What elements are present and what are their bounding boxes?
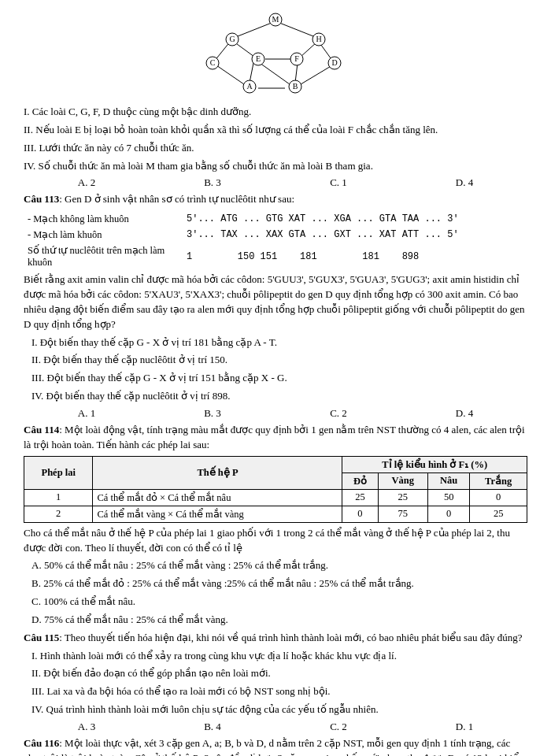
svg-line-0 bbox=[234, 21, 276, 38]
q115-answer-row: A. 3 B. 4 C. 2 D. 1 bbox=[24, 721, 527, 733]
svg-text:B: B bbox=[293, 82, 298, 91]
svg-text:G: G bbox=[229, 35, 235, 43]
svg-line-8 bbox=[250, 63, 253, 83]
answer-row-prev: A. 2 B. 3 C. 1 D. 4 bbox=[24, 176, 527, 189]
q113-item-iv: IV. Đột biến thay thế cặp nuclêôtit ở vị… bbox=[24, 389, 527, 404]
q113-item-iii: III. Đột biến thay thế cặp G - X ở vị tr… bbox=[24, 371, 527, 386]
q114-option-D: D. 75% cá thể mắt nâu : 25% cá thể mắt v… bbox=[24, 613, 527, 628]
svg-text:E: E bbox=[256, 54, 261, 63]
svg-line-10 bbox=[295, 63, 298, 83]
table-row: 1 Cá thể mắt đỏ × Cá thể mắt nâu 25 25 5… bbox=[24, 489, 527, 506]
q113-answer-A[interactable]: A. 1 bbox=[24, 407, 150, 420]
q115-item-ii: II. Đột biến đảo đoạn có thể góp phần tạ… bbox=[24, 666, 527, 681]
q114-header: Câu 114: Một loài động vật, tính trạng m… bbox=[24, 423, 527, 453]
q114-option-C: C. 100% cá thể mắt nâu. bbox=[24, 595, 527, 610]
food-web-diagram: M G H C E F D A B bbox=[24, 12, 527, 98]
q113-sequence-table: - Mạch không làm khuôn 5'... ATG ... GTG… bbox=[24, 210, 527, 271]
q113-answer-C[interactable]: C. 2 bbox=[276, 407, 401, 420]
q115-answer-C[interactable]: C. 2 bbox=[276, 721, 401, 733]
q114-body: Cho cá thể mắt nâu ở thế hệ P của phép l… bbox=[24, 526, 527, 556]
q116-header: Câu 116: Một loài thực vật, xét 3 cặp ge… bbox=[24, 736, 527, 756]
q113-answer-D[interactable]: D. 4 bbox=[401, 407, 527, 420]
answer-D-prev[interactable]: D. 4 bbox=[401, 176, 527, 189]
q115-item-iii: III. Lai xa và đa bội hóa có thể tạo ra … bbox=[24, 684, 527, 699]
svg-text:M: M bbox=[272, 15, 279, 24]
svg-text:F: F bbox=[294, 54, 299, 63]
q114-table: Phép lai Thế hệ P Tỉ lệ kiểu hình ở F₁ (… bbox=[24, 456, 527, 523]
q115-answer-A[interactable]: A. 3 bbox=[24, 721, 150, 733]
q113-item-ii: II. Đột biến thay thế cặp nuclêôtit ở vị… bbox=[24, 353, 527, 368]
svg-line-11 bbox=[301, 65, 332, 84]
q115-item-iv: IV. Quá trình hình thành loài mới luôn c… bbox=[24, 702, 527, 717]
q115-answer-D[interactable]: D. 1 bbox=[401, 721, 527, 733]
q114-option-A: A. 50% cá thể mắt nâu : 25% cá thể mắt v… bbox=[24, 558, 527, 573]
section-i: I. Các loài C, G, F, D thuộc cùng một bậ… bbox=[24, 105, 527, 120]
svg-text:H: H bbox=[316, 35, 321, 43]
q113-item-i: I. Đột biến thay thế cặp G - X ở vị trí … bbox=[24, 335, 527, 350]
svg-text:D: D bbox=[331, 58, 337, 67]
answer-B-prev[interactable]: B. 3 bbox=[150, 176, 276, 189]
section-ii: II. Nếu loài E bị loại bỏ hoàn toàn khỏi… bbox=[24, 123, 527, 138]
svg-line-9 bbox=[260, 63, 290, 84]
section-iv: IV. Số chuỗi thức ăn mà loài M tham gia … bbox=[24, 159, 527, 174]
answer-C-prev[interactable]: C. 1 bbox=[276, 176, 401, 189]
q113-answer-B[interactable]: B. 3 bbox=[150, 407, 276, 420]
q115-header: Câu 115: Theo thuyết tiến hóa hiện đại, … bbox=[24, 631, 527, 646]
section-iii: III. Lưới thức ăn này có 7 chuỗi thức ăn… bbox=[24, 141, 527, 156]
svg-line-1 bbox=[276, 21, 317, 38]
q115-answer-B[interactable]: B. 4 bbox=[150, 721, 276, 733]
svg-text:A: A bbox=[246, 82, 253, 91]
svg-line-7 bbox=[216, 65, 244, 84]
answer-A-prev[interactable]: A. 2 bbox=[24, 176, 150, 189]
q115-item-i: I. Hình thành loài mới có thể xảy ra tro… bbox=[24, 649, 527, 664]
q113-answer-row: A. 1 B. 3 C. 2 D. 4 bbox=[24, 407, 527, 420]
svg-text:C: C bbox=[210, 58, 216, 67]
q114-option-B: B. 25% cá thể mắt đỏ : 25% cá thể mắt và… bbox=[24, 576, 527, 591]
q113-header: Câu 113: Gen D ở sinh vật nhân sơ có trì… bbox=[24, 192, 527, 207]
q113-body: Biết rằng axit amin valin chỉ được mã hó… bbox=[24, 272, 527, 332]
table-row: 2 Cá thể mắt vàng × Cá thể mắt vàng 0 75… bbox=[24, 506, 527, 522]
